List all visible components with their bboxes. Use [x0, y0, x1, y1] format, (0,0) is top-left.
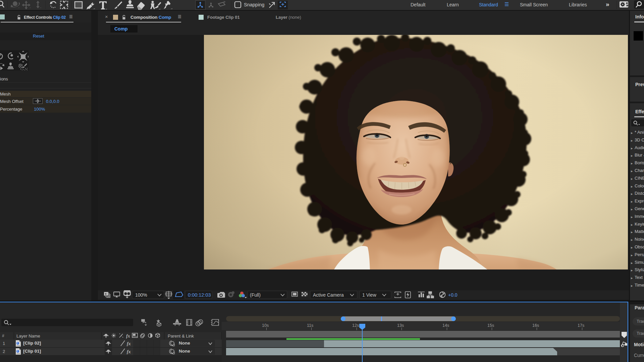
- svg-text:fx: fx: [127, 341, 131, 346]
- svg-text:1 View: 1 View: [362, 292, 377, 298]
- svg-text:Snapping: Snapping: [244, 2, 264, 7]
- svg-text:0:00:12:03: 0:00:12:03: [188, 292, 211, 298]
- svg-text:fx: fx: [127, 349, 131, 354]
- svg-text:Active Camera: Active Camera: [313, 292, 344, 298]
- svg-text:(Full): (Full): [250, 292, 261, 298]
- svg-text:fx: fx: [126, 334, 130, 339]
- svg-text:+0.0: +0.0: [448, 292, 458, 298]
- svg-text:100%: 100%: [135, 292, 147, 298]
